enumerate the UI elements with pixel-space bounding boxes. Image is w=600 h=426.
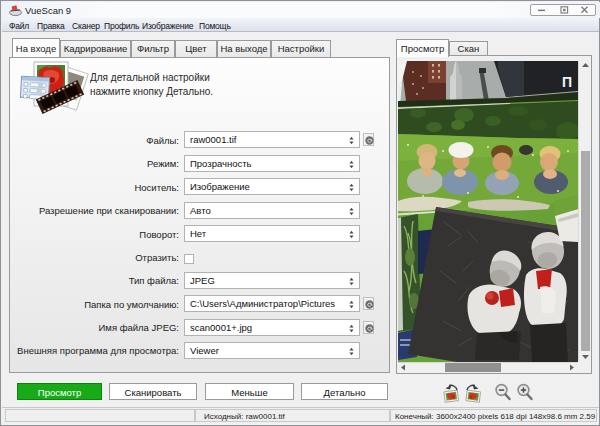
svg-text:П: П xyxy=(562,74,572,90)
